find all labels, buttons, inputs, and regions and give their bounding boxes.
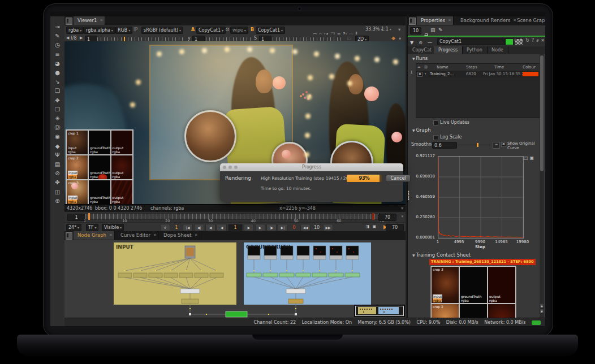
dag-node[interactable] — [319, 270, 320, 271]
dag-node[interactable] — [279, 273, 294, 277]
dag-node[interactable] — [264, 255, 277, 259]
scrollbar-thumb[interactable] — [540, 55, 544, 171]
gain-ruler[interactable] — [97, 37, 185, 41]
s-ruler[interactable] — [273, 37, 343, 41]
tab-node-graph[interactable]: Node Graph✕ — [74, 231, 115, 240]
curve-column-icon[interactable]: ≈ — [417, 64, 421, 71]
pane-menu-icon[interactable] — [66, 232, 72, 240]
dag-node[interactable] — [210, 273, 223, 278]
timeformat-dropdown[interactable]: TF — [86, 224, 98, 231]
transport-button[interactable]: ▶▶ — [323, 224, 333, 231]
close-icon[interactable]: ✕ — [153, 231, 157, 240]
dag-node[interactable] — [189, 308, 191, 309]
transport-button[interactable]: ◀ — [217, 224, 227, 231]
copycat-paw-icon[interactable]: ❉ — [391, 36, 395, 41]
dag-node[interactable] — [316, 248, 317, 249]
transport-button[interactable]: 1 — [228, 224, 243, 231]
dag-node[interactable] — [313, 255, 326, 259]
time-icon[interactable]: ◷ — [50, 41, 64, 49]
close-icon[interactable]: ✕ — [448, 16, 451, 25]
transform-icon[interactable]: ✥ — [50, 97, 64, 105]
display-channel-dropdown[interactable]: RGB — [115, 27, 132, 34]
dag-node[interactable] — [297, 246, 309, 255]
column-time[interactable]: Time — [494, 64, 504, 71]
scroll-up-icon[interactable]: ▲ — [540, 303, 544, 308]
tab-python[interactable]: Python — [462, 46, 488, 54]
dag-node[interactable] — [133, 273, 147, 278]
close-panel-icon[interactable]: ✕ — [541, 38, 545, 43]
close-icon[interactable]: ✕ — [109, 231, 113, 240]
tab-viewer1[interactable]: Viewer1 ✕ — [74, 16, 105, 25]
loss-plot[interactable] — [438, 156, 524, 239]
slider-handle[interactable] — [477, 143, 478, 147]
grid-column-icon[interactable]: ⊞ — [424, 64, 428, 71]
column-name[interactable]: Name — [437, 64, 449, 71]
tab-background-renders[interactable]: Background Renders✕ — [456, 16, 519, 25]
smoothness-slider[interactable] — [458, 145, 490, 145]
dag-node[interactable] — [312, 273, 327, 277]
graph-tool-icon[interactable]: ◳ — [524, 155, 528, 161]
zoom-level-dropdown[interactable]: 33.3% — [365, 27, 382, 32]
dag-node[interactable] — [346, 255, 359, 259]
input-a-dropdown[interactable]: CopyCat1 — [196, 27, 226, 34]
dag-node[interactable] — [216, 270, 217, 271]
dag-node[interactable] — [286, 270, 287, 271]
air-icon[interactable]: ◫ — [50, 188, 64, 196]
dag-node[interactable] — [140, 270, 141, 271]
collapse-triangle-icon[interactable]: ▼ — [410, 40, 413, 45]
transport-button[interactable]: ↺ — [160, 224, 170, 231]
dag-node[interactable] — [186, 270, 187, 271]
node-name-field[interactable]: CopyCat1 — [437, 38, 505, 45]
show-original-checkbox[interactable]: ✕ — [501, 142, 506, 147]
dag-node[interactable] — [124, 270, 126, 271]
web-icon[interactable]: ⊕ — [50, 197, 64, 205]
dag-node[interactable] — [346, 246, 359, 255]
input-process-toggle[interactable]: IP — [133, 27, 138, 32]
dag-node[interactable] — [281, 246, 293, 255]
fps-dropdown[interactable]: 24* — [66, 224, 81, 231]
run-row[interactable]: ✕ • Training_2... 6820 Fri Jan 30 13:18:… — [416, 71, 540, 77]
run-visible-checkbox[interactable]: ✕ — [417, 72, 422, 77]
cancel-button[interactable]: Cancel — [386, 175, 411, 182]
metadata-icon[interactable]: ▤ — [50, 161, 64, 168]
live-updates-checkbox[interactable] — [433, 120, 438, 125]
dag-node[interactable] — [253, 270, 255, 271]
merge-icon[interactable]: ❏ — [50, 87, 64, 95]
keyer-icon[interactable]: ↘ — [50, 78, 64, 86]
minimize-icon[interactable]: — — [428, 40, 432, 45]
dag-node[interactable] — [281, 255, 293, 259]
toolsets-icon[interactable]: ◆ — [50, 142, 64, 150]
dag-node[interactable] — [189, 313, 191, 315]
dag-node[interactable] — [330, 255, 342, 259]
dag-node[interactable] — [149, 273, 162, 278]
transport-button[interactable]: |◀ — [183, 224, 193, 231]
transport-button[interactable]: |▶ — [266, 224, 277, 231]
dag-node[interactable] — [268, 314, 269, 315]
tab-dope-sheet[interactable]: Dope Sheet✕ — [159, 231, 200, 240]
3d-icon[interactable]: ❒ — [50, 106, 64, 114]
dag-node[interactable] — [195, 273, 208, 278]
tab-scene-graph[interactable]: Scene Graph✕ — [513, 16, 545, 25]
graph-tool-icon[interactable]: ▣ — [529, 155, 534, 161]
color-icon[interactable]: ◕ — [50, 60, 64, 68]
help-icon[interactable]: ? — [532, 38, 534, 43]
dag-node[interactable] — [270, 270, 271, 271]
dag-node[interactable] — [206, 314, 207, 315]
run-colour-swatch[interactable] — [523, 72, 538, 76]
pane-menu-icon[interactable] — [409, 18, 416, 25]
channel-icon[interactable]: ≡ — [50, 51, 64, 59]
dag-node[interactable] — [353, 252, 354, 253]
dag-node[interactable] — [286, 289, 305, 293]
dag-node[interactable] — [201, 270, 202, 271]
dag-node[interactable] — [186, 248, 194, 256]
tab-copycat[interactable]: CopyCat — [408, 46, 437, 54]
dag-node[interactable] — [248, 246, 260, 255]
dag-minimap[interactable] — [354, 305, 405, 317]
oflow-icon[interactable]: ⊘ — [50, 170, 64, 177]
transport-button[interactable]: 10 — [312, 224, 322, 231]
next-arrow-icon[interactable]: ▶ — [80, 36, 83, 40]
wipe-dropdown[interactable]: wipe — [230, 27, 248, 34]
transport-button[interactable]: 0 — [289, 224, 299, 231]
transport-button[interactable]: ◀◀ — [300, 224, 311, 231]
center-node-icon[interactable]: ∂ — [536, 38, 538, 43]
